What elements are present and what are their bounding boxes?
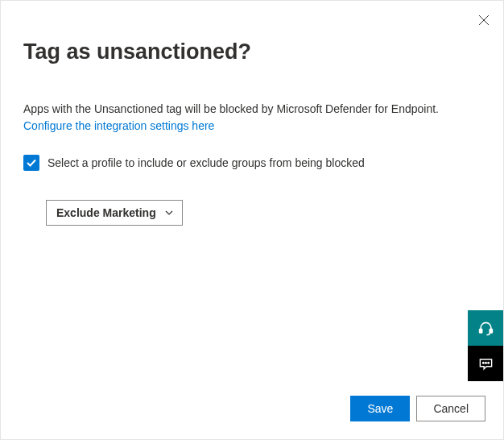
dialog-footer: Save Cancel (350, 396, 485, 421)
profile-checkbox-row: Select a profile to include or exclude g… (23, 155, 481, 171)
close-button[interactable] (476, 12, 492, 28)
save-button[interactable]: Save (350, 396, 410, 421)
svg-rect-3 (490, 329, 492, 333)
side-widgets (468, 310, 503, 381)
headset-icon (478, 321, 494, 336)
dialog-description: Apps with the Unsanctioned tag will be b… (23, 102, 481, 118)
unsanctioned-dialog: Tag as unsanctioned? Apps with the Unsan… (1, 1, 503, 439)
svg-point-5 (485, 362, 486, 363)
feedback-icon (478, 356, 494, 372)
close-icon (478, 15, 490, 26)
svg-point-6 (487, 362, 489, 363)
support-widget[interactable] (468, 310, 503, 346)
profile-dropdown[interactable]: Exclude Marketing (46, 200, 183, 226)
cancel-button[interactable]: Cancel (416, 396, 485, 421)
profile-checkbox[interactable] (23, 155, 39, 171)
checkmark-icon (26, 157, 37, 168)
feedback-widget[interactable] (468, 346, 503, 381)
profile-checkbox-label: Select a profile to include or exclude g… (48, 156, 365, 169)
chevron-down-icon (164, 208, 174, 218)
svg-rect-2 (479, 329, 481, 333)
dialog-title: Tag as unsanctioned? (23, 39, 481, 64)
configure-integration-link[interactable]: Configure the integration settings here (23, 119, 214, 132)
svg-point-4 (482, 362, 484, 363)
dropdown-selected: Exclude Marketing (56, 206, 156, 219)
